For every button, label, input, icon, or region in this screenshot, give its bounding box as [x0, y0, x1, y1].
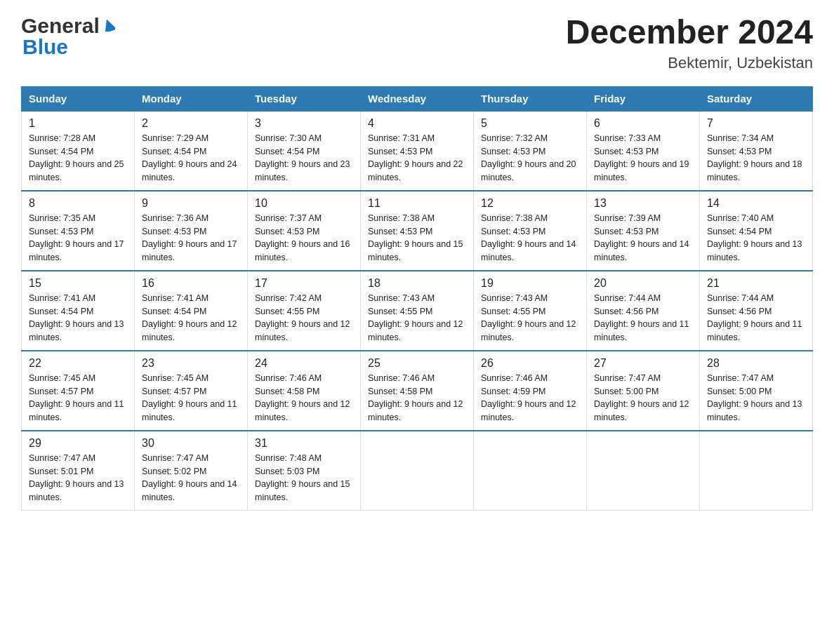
day-info: Sunrise: 7:41 AMSunset: 4:54 PMDaylight:…: [142, 293, 237, 342]
day-number: 20: [594, 277, 692, 290]
day-info: Sunrise: 7:45 AMSunset: 4:57 PMDaylight:…: [29, 373, 124, 422]
day-number: 2: [142, 117, 240, 130]
table-row: [587, 431, 700, 511]
table-row: [474, 431, 587, 511]
calendar-week-row: 8 Sunrise: 7:35 AMSunset: 4:53 PMDayligh…: [22, 191, 813, 271]
calendar-header-row: Sunday Monday Tuesday Wednesday Thursday…: [22, 86, 813, 111]
table-row: 1 Sunrise: 7:28 AMSunset: 4:54 PMDayligh…: [22, 111, 135, 191]
day-number: 21: [707, 277, 805, 290]
table-row: 6 Sunrise: 7:33 AMSunset: 4:53 PMDayligh…: [587, 111, 700, 191]
day-number: 13: [594, 197, 692, 210]
day-info: Sunrise: 7:47 AMSunset: 5:00 PMDaylight:…: [707, 373, 802, 422]
day-number: 12: [481, 197, 579, 210]
table-row: 26 Sunrise: 7:46 AMSunset: 4:59 PMDaylig…: [474, 351, 587, 431]
day-number: 25: [368, 357, 466, 370]
calendar-week-row: 1 Sunrise: 7:28 AMSunset: 4:54 PMDayligh…: [22, 111, 813, 191]
table-row: 14 Sunrise: 7:40 AMSunset: 4:54 PMDaylig…: [700, 191, 813, 271]
col-saturday: Saturday: [700, 86, 813, 111]
table-row: 24 Sunrise: 7:46 AMSunset: 4:58 PMDaylig…: [248, 351, 361, 431]
table-row: 10 Sunrise: 7:37 AMSunset: 4:53 PMDaylig…: [248, 191, 361, 271]
table-row: 31 Sunrise: 7:48 AMSunset: 5:03 PMDaylig…: [248, 431, 361, 511]
table-row: 28 Sunrise: 7:47 AMSunset: 5:00 PMDaylig…: [700, 351, 813, 431]
day-number: 5: [481, 117, 579, 130]
calendar-week-row: 29 Sunrise: 7:47 AMSunset: 5:01 PMDaylig…: [22, 431, 813, 511]
col-friday: Friday: [587, 86, 700, 111]
day-info: Sunrise: 7:44 AMSunset: 4:56 PMDaylight:…: [707, 293, 802, 342]
table-row: 7 Sunrise: 7:34 AMSunset: 4:53 PMDayligh…: [700, 111, 813, 191]
day-number: 1: [29, 117, 127, 130]
table-row: 9 Sunrise: 7:36 AMSunset: 4:53 PMDayligh…: [135, 191, 248, 271]
calendar-week-row: 15 Sunrise: 7:41 AMSunset: 4:54 PMDaylig…: [22, 271, 813, 351]
day-info: Sunrise: 7:47 AMSunset: 5:00 PMDaylight:…: [594, 373, 689, 422]
svg-marker-0: [102, 19, 115, 32]
table-row: 12 Sunrise: 7:38 AMSunset: 4:53 PMDaylig…: [474, 191, 587, 271]
table-row: 2 Sunrise: 7:29 AMSunset: 4:54 PMDayligh…: [135, 111, 248, 191]
day-info: Sunrise: 7:36 AMSunset: 4:53 PMDaylight:…: [142, 213, 237, 262]
table-row: 3 Sunrise: 7:30 AMSunset: 4:54 PMDayligh…: [248, 111, 361, 191]
table-row: 18 Sunrise: 7:43 AMSunset: 4:55 PMDaylig…: [361, 271, 474, 351]
table-row: 13 Sunrise: 7:39 AMSunset: 4:53 PMDaylig…: [587, 191, 700, 271]
day-info: Sunrise: 7:46 AMSunset: 4:58 PMDaylight:…: [368, 373, 463, 422]
day-info: Sunrise: 7:47 AMSunset: 5:02 PMDaylight:…: [142, 453, 237, 502]
day-info: Sunrise: 7:40 AMSunset: 4:54 PMDaylight:…: [707, 213, 802, 262]
day-info: Sunrise: 7:37 AMSunset: 4:53 PMDaylight:…: [255, 213, 350, 262]
day-info: Sunrise: 7:42 AMSunset: 4:55 PMDaylight:…: [255, 293, 350, 342]
day-info: Sunrise: 7:34 AMSunset: 4:53 PMDaylight:…: [707, 133, 802, 182]
col-sunday: Sunday: [22, 86, 135, 111]
day-number: 24: [255, 357, 353, 370]
day-number: 26: [481, 357, 579, 370]
col-tuesday: Tuesday: [248, 86, 361, 111]
logo-triangle-icon: [102, 19, 115, 34]
day-number: 23: [142, 357, 240, 370]
table-row: 4 Sunrise: 7:31 AMSunset: 4:53 PMDayligh…: [361, 111, 474, 191]
day-info: Sunrise: 7:30 AMSunset: 4:54 PMDaylight:…: [255, 133, 350, 182]
day-number: 22: [29, 357, 127, 370]
table-row: 5 Sunrise: 7:32 AMSunset: 4:53 PMDayligh…: [474, 111, 587, 191]
day-number: 10: [255, 197, 353, 210]
day-number: 3: [255, 117, 353, 130]
table-row: 15 Sunrise: 7:41 AMSunset: 4:54 PMDaylig…: [22, 271, 135, 351]
logo-general-text: General: [21, 14, 100, 38]
day-info: Sunrise: 7:33 AMSunset: 4:53 PMDaylight:…: [594, 133, 689, 182]
table-row: [700, 431, 813, 511]
col-wednesday: Wednesday: [361, 86, 474, 111]
day-number: 17: [255, 277, 353, 290]
calendar-table: Sunday Monday Tuesday Wednesday Thursday…: [21, 86, 813, 511]
day-info: Sunrise: 7:41 AMSunset: 4:54 PMDaylight:…: [29, 293, 124, 342]
table-row: 8 Sunrise: 7:35 AMSunset: 4:53 PMDayligh…: [22, 191, 135, 271]
table-row: 22 Sunrise: 7:45 AMSunset: 4:57 PMDaylig…: [22, 351, 135, 431]
day-info: Sunrise: 7:32 AMSunset: 4:53 PMDaylight:…: [481, 133, 576, 182]
day-number: 7: [707, 117, 805, 130]
day-number: 27: [594, 357, 692, 370]
table-row: 25 Sunrise: 7:46 AMSunset: 4:58 PMDaylig…: [361, 351, 474, 431]
title-block: December 2024 Bektemir, Uzbekistan: [566, 14, 813, 72]
table-row: 21 Sunrise: 7:44 AMSunset: 4:56 PMDaylig…: [700, 271, 813, 351]
day-number: 15: [29, 277, 127, 290]
day-number: 8: [29, 197, 127, 210]
day-number: 16: [142, 277, 240, 290]
location-title: Bektemir, Uzbekistan: [566, 54, 813, 72]
day-info: Sunrise: 7:44 AMSunset: 4:56 PMDaylight:…: [594, 293, 689, 342]
day-number: 18: [368, 277, 466, 290]
day-info: Sunrise: 7:47 AMSunset: 5:01 PMDaylight:…: [29, 453, 124, 502]
day-number: 6: [594, 117, 692, 130]
day-number: 29: [29, 437, 127, 450]
day-info: Sunrise: 7:46 AMSunset: 4:59 PMDaylight:…: [481, 373, 576, 422]
logo-blue-text: Blue: [21, 35, 68, 58]
table-row: 23 Sunrise: 7:45 AMSunset: 4:57 PMDaylig…: [135, 351, 248, 431]
table-row: 30 Sunrise: 7:47 AMSunset: 5:02 PMDaylig…: [135, 431, 248, 511]
table-row: 11 Sunrise: 7:38 AMSunset: 4:53 PMDaylig…: [361, 191, 474, 271]
day-number: 11: [368, 197, 466, 210]
page-header: General Blue December 2024 Bektemir, Uzb…: [21, 14, 813, 72]
day-number: 4: [368, 117, 466, 130]
day-number: 30: [142, 437, 240, 450]
table-row: 16 Sunrise: 7:41 AMSunset: 4:54 PMDaylig…: [135, 271, 248, 351]
day-info: Sunrise: 7:38 AMSunset: 4:53 PMDaylight:…: [368, 213, 463, 262]
day-number: 14: [707, 197, 805, 210]
calendar-week-row: 22 Sunrise: 7:45 AMSunset: 4:57 PMDaylig…: [22, 351, 813, 431]
month-title: December 2024: [566, 14, 813, 51]
day-info: Sunrise: 7:43 AMSunset: 4:55 PMDaylight:…: [368, 293, 463, 342]
day-info: Sunrise: 7:29 AMSunset: 4:54 PMDaylight:…: [142, 133, 237, 182]
day-info: Sunrise: 7:28 AMSunset: 4:54 PMDaylight:…: [29, 133, 124, 182]
day-number: 31: [255, 437, 353, 450]
